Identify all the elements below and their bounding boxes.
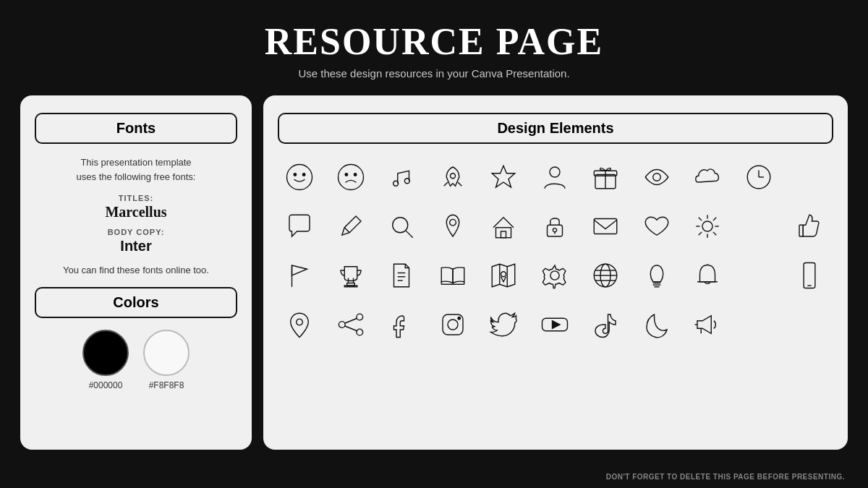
music-note-icon (380, 155, 423, 199)
pencil-icon (329, 205, 373, 248)
star-icon (482, 155, 525, 199)
svg-rect-24 (547, 225, 562, 236)
empty-r2c11 (737, 205, 780, 248)
main-content: Fonts This presentation templateuses the… (0, 95, 868, 450)
gear-icon (533, 254, 576, 297)
svg-point-51 (550, 271, 559, 280)
colors-badge: Colors (35, 287, 237, 318)
sun-icon (686, 205, 729, 248)
svg-line-34 (713, 232, 716, 235)
svg-line-20 (406, 231, 413, 238)
left-panel: Fonts This presentation templateuses the… (20, 95, 252, 450)
fonts-description: This presentation templateuses the follo… (35, 155, 237, 184)
gift-icon (584, 155, 627, 199)
instagram-icon (431, 303, 475, 346)
title-font-name: Marcellus (35, 204, 237, 221)
rocket-icon (431, 155, 475, 199)
trophy-icon (329, 254, 373, 297)
empty-r4c11 (737, 303, 780, 346)
color-hex-white: #F8F8F8 (149, 380, 184, 390)
svg-point-28 (702, 221, 712, 231)
map-icon (482, 254, 525, 297)
color-circle-black (82, 330, 129, 376)
color-item-white: #F8F8F8 (143, 330, 190, 390)
envelope-icon (584, 205, 627, 248)
body-font-label: BODY COPY: (35, 228, 237, 236)
page-title: RESOURCE PAGE (0, 20, 868, 63)
clock-icon (737, 155, 780, 199)
svg-line-36 (699, 232, 702, 235)
svg-marker-47 (492, 264, 515, 287)
svg-point-8 (450, 174, 455, 179)
house-icon (482, 205, 525, 248)
sad-face-icon (329, 155, 373, 199)
svg-point-19 (393, 218, 408, 233)
color-circles: #000000 #F8F8F8 (35, 330, 237, 390)
search-icon (380, 205, 423, 248)
svg-line-68 (344, 326, 357, 331)
mobile-icon (788, 254, 831, 297)
svg-point-71 (458, 317, 461, 320)
page-header: RESOURCE PAGE Use these design resources… (0, 0, 868, 87)
color-item-black: #000000 (82, 330, 129, 390)
moon-icon (635, 303, 678, 346)
bell-icon (686, 254, 729, 297)
svg-rect-27 (595, 219, 618, 234)
svg-point-21 (449, 219, 456, 226)
svg-point-64 (356, 314, 362, 320)
footer-note: DON'T FORGET TO DELETE THIS PAGE BEFORE … (606, 473, 845, 481)
tiktok-icon (584, 303, 627, 346)
svg-rect-37 (799, 225, 803, 236)
location-pin-icon (278, 303, 321, 346)
svg-point-5 (354, 174, 357, 176)
svg-point-63 (297, 319, 303, 325)
svg-point-3 (338, 165, 363, 190)
color-hex-black: #000000 (89, 380, 123, 390)
right-panel: Design Elements (263, 95, 848, 450)
color-circle-white (143, 330, 190, 376)
svg-point-50 (501, 272, 506, 277)
eye-icon (635, 155, 678, 199)
svg-point-65 (356, 329, 362, 335)
facebook-icon (380, 303, 423, 346)
chat-bubble-icon (278, 205, 321, 248)
svg-line-35 (713, 218, 716, 221)
share-icon (329, 303, 373, 346)
svg-point-2 (302, 174, 305, 176)
empty-r1c11 (788, 155, 831, 199)
svg-point-0 (287, 165, 312, 190)
empty-r3c11 (737, 254, 780, 297)
svg-point-70 (448, 320, 458, 330)
globe-icon (584, 254, 627, 297)
cloud-icon (686, 155, 729, 199)
font-find-text: You can find these fonts online too. (35, 265, 237, 275)
svg-rect-61 (804, 263, 816, 288)
thumbs-up-icon (788, 205, 831, 248)
pin-icon (431, 205, 475, 248)
svg-rect-22 (496, 228, 511, 238)
svg-marker-9 (492, 166, 515, 187)
smiley-icon (278, 155, 321, 199)
svg-point-66 (339, 322, 345, 328)
fonts-badge: Fonts (35, 113, 237, 144)
youtube-icon (533, 303, 576, 346)
person-icon (533, 155, 576, 199)
svg-point-10 (550, 167, 560, 177)
design-elements-badge: Design Elements (278, 113, 833, 144)
svg-line-67 (344, 318, 357, 323)
page-subtitle: Use these design resources in your Canva… (0, 67, 868, 80)
padlock-icon (533, 205, 576, 248)
twitter-icon (482, 303, 525, 346)
svg-rect-40 (344, 286, 357, 287)
svg-line-33 (699, 218, 702, 221)
title-font-label: TITLES: (35, 194, 237, 202)
icons-grid (278, 155, 833, 346)
open-book-icon (431, 254, 475, 297)
svg-point-1 (294, 174, 297, 176)
flag-icon (278, 254, 321, 297)
document-icon (380, 254, 423, 297)
heart-icon (635, 205, 678, 248)
lightbulb-icon (635, 254, 678, 297)
svg-line-18 (344, 228, 349, 233)
svg-rect-23 (501, 231, 506, 238)
